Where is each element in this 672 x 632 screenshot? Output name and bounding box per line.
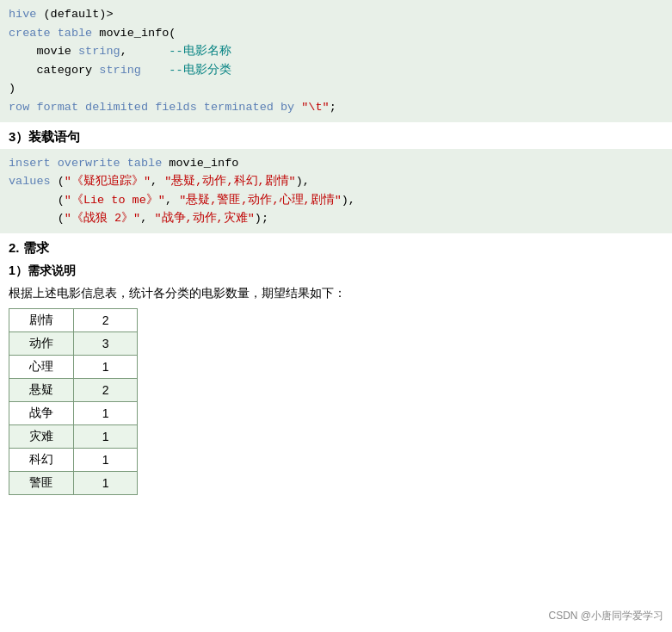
code-line: hive (default)> [9,5,663,24]
table-row: 剧情2 [9,308,138,331]
category-cell: 科幻 [9,448,74,471]
count-cell: 1 [74,424,138,448]
code-line: values ("《疑犯追踪》", "悬疑,动作,科幻,剧情"), [9,172,663,191]
table-row: 心理1 [9,355,138,378]
count-cell: 1 [74,448,138,471]
code-block-2: insert overwrite table movie_infovalues … [0,149,672,233]
watermark: CSDN @小唐同学爱学习 [548,609,663,623]
count-cell: 1 [74,355,138,378]
table-row: 科幻1 [9,448,138,471]
count-cell: 3 [74,331,138,355]
category-cell: 战争 [9,401,74,424]
code-line: ("《Lie to me》", "悬疑,警匪,动作,心理,剧情"), [9,191,663,210]
table-row: 灾难1 [9,424,138,448]
code-line: ) [9,79,663,98]
count-cell: 2 [74,308,138,331]
category-cell: 动作 [9,331,74,355]
sub-heading-1: 1）需求说明 [0,260,672,282]
category-count-table: 剧情2动作3心理1悬疑2战争1灾难1科幻1警匪1 [9,308,138,495]
code-line: create table movie_info( [9,24,663,43]
code-line: category string --电影分类 [9,61,663,80]
category-cell: 剧情 [9,308,74,331]
category-cell: 心理 [9,355,74,378]
code-line: movie string, --电影名称 [9,42,663,61]
category-cell: 灾难 [9,424,74,448]
count-cell: 1 [74,401,138,424]
page-wrapper: hive (default)>create table movie_info( … [0,0,672,504]
code-line: insert overwrite table movie_info [9,154,663,173]
code-line: ("《战狼 2》", "战争,动作,灾难"); [9,209,663,228]
code-line: row format delimited fields terminated b… [9,98,663,117]
count-cell: 1 [74,471,138,494]
section-heading-load: 3）装载语句 [0,122,672,149]
code-block-1: hive (default)>create table movie_info( … [0,0,672,122]
table-row: 悬疑2 [9,378,138,401]
category-cell: 悬疑 [9,378,74,401]
table-wrapper: 剧情2动作3心理1悬疑2战争1灾难1科幻1警匪1 [0,308,672,504]
count-cell: 2 [74,378,138,401]
table-row: 警匪1 [9,471,138,494]
description-text: 根据上述电影信息表，统计各分类的电影数量，期望结果如下： [0,282,672,308]
table-row: 动作3 [9,331,138,355]
section-heading-2: 2. 需求 [0,233,672,260]
category-cell: 警匪 [9,471,74,494]
table-row: 战争1 [9,401,138,424]
